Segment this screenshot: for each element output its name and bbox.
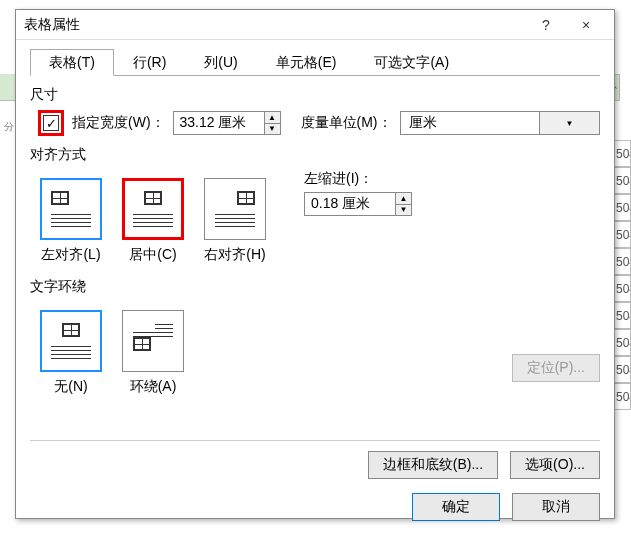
align-section-label: 对齐方式 <box>30 146 600 164</box>
mid-button-row: 边框和底纹(B)... 选项(O)... <box>30 440 600 479</box>
background-column: 504504504504 504504504504 504504 <box>613 140 631 410</box>
wrap-around-label: 环绕(A) <box>122 378 184 396</box>
spin-up-icon[interactable]: ▲ <box>396 193 411 205</box>
close-button[interactable]: × <box>566 10 606 40</box>
width-input[interactable] <box>174 112 264 134</box>
wrap-none-label: 无(N) <box>40 378 102 396</box>
unit-label: 度量单位(M)： <box>301 114 392 132</box>
cancel-button[interactable]: 取消 <box>512 493 600 521</box>
titlebar: 表格属性 ? × <box>16 10 614 40</box>
align-center-option[interactable] <box>122 178 184 240</box>
spin-down-icon[interactable]: ▼ <box>396 205 411 216</box>
spin-up-icon[interactable]: ▲ <box>265 112 280 124</box>
position-button: 定位(P)... <box>512 354 600 382</box>
tab-row[interactable]: 行(R) <box>114 49 185 76</box>
align-center-label: 居中(C) <box>122 246 184 264</box>
wrap-none-option[interactable] <box>40 310 102 372</box>
alignment-grid: 左对齐(L) 居中(C) 右对齐(H) <box>40 178 266 264</box>
specify-width-label: 指定宽度(W)： <box>72 114 165 132</box>
tab-column[interactable]: 列(U) <box>185 49 256 76</box>
indent-block: 左缩进(I)： ▲▼ <box>304 170 412 216</box>
help-button[interactable]: ? <box>526 10 566 40</box>
chevron-down-icon: ▼ <box>539 112 599 134</box>
indent-spinner[interactable]: ▲▼ <box>304 192 412 216</box>
dialog-title: 表格属性 <box>24 16 526 34</box>
align-right-label: 右对齐(H) <box>204 246 266 264</box>
ok-button[interactable]: 确定 <box>412 493 500 521</box>
indent-label: 左缩进(I)： <box>304 170 412 188</box>
unit-value: 厘米 <box>401 112 539 134</box>
wrap-grid: 无(N) 环绕(A) <box>40 310 184 396</box>
unit-select[interactable]: 厘米 ▼ <box>400 111 600 135</box>
size-section-label: 尺寸 <box>30 86 600 104</box>
tiny-arrow: 分 <box>4 120 14 134</box>
close-icon: × <box>582 17 590 33</box>
specify-width-checkbox[interactable] <box>43 115 59 131</box>
indent-input[interactable] <box>305 193 395 215</box>
options-button[interactable]: 选项(O)... <box>510 451 600 479</box>
red-highlight-checkbox <box>38 110 64 136</box>
border-shading-button[interactable]: 边框和底纹(B)... <box>368 451 498 479</box>
align-left-option[interactable] <box>40 178 102 240</box>
tab-cell[interactable]: 单元格(E) <box>257 49 356 76</box>
align-left-label: 左对齐(L) <box>40 246 102 264</box>
footer-row: 确定 取消 <box>30 493 600 521</box>
spin-down-icon[interactable]: ▼ <box>265 124 280 135</box>
width-spinner[interactable]: ▲▼ <box>173 111 281 135</box>
table-properties-dialog: 表格属性 ? × 表格(T) 行(R) 列(U) 单元格(E) 可选文字(A) … <box>15 9 615 519</box>
tab-alttext[interactable]: 可选文字(A) <box>355 49 468 76</box>
dialog-content: 表格(T) 行(R) 列(U) 单元格(E) 可选文字(A) 尺寸 指定宽度(W… <box>16 40 614 529</box>
wrap-around-option[interactable] <box>122 310 184 372</box>
tab-table[interactable]: 表格(T) <box>30 49 114 76</box>
tabstrip: 表格(T) 行(R) 列(U) 单元格(E) 可选文字(A) <box>30 48 600 76</box>
wrap-section-label: 文字环绕 <box>30 278 600 296</box>
align-right-option[interactable] <box>204 178 266 240</box>
